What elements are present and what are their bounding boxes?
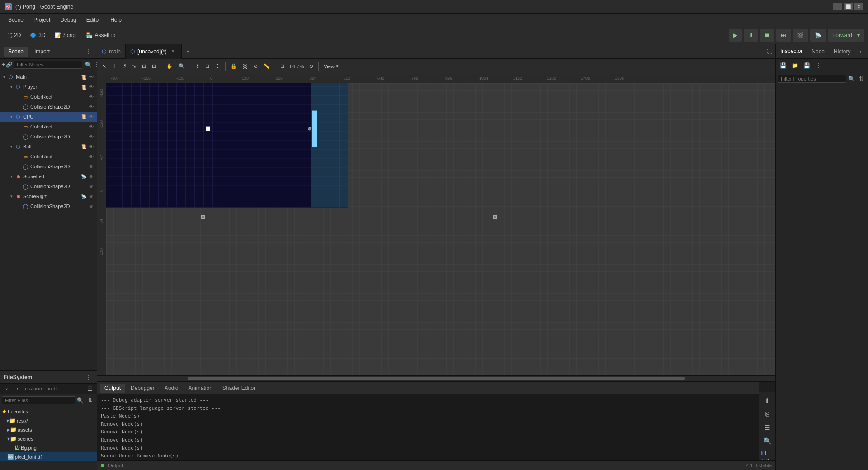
fs-layout-button[interactable]: ☰ bbox=[85, 384, 95, 394]
fs-sort-button[interactable]: ⇅ bbox=[85, 395, 95, 405]
search-nodes-button[interactable]: 🔍 bbox=[83, 60, 93, 70]
visible-btn-collision2[interactable]: 👁 bbox=[88, 133, 95, 140]
tab-debugger[interactable]: Debugger bbox=[126, 384, 159, 393]
tree-node-scoreleft[interactable]: ▾ ⊕ ScoreLeft 📡 👁 bbox=[0, 171, 97, 181]
zoom-plus[interactable]: ⊕ bbox=[307, 61, 316, 72]
visible-btn-colorrect2[interactable]: 👁 bbox=[88, 123, 95, 130]
mode-assetlib-button[interactable]: 🏪 AssetLib bbox=[82, 29, 119, 42]
script-btn-player[interactable]: 📜 bbox=[80, 83, 87, 90]
filter-properties-input[interactable] bbox=[778, 75, 846, 83]
close-button[interactable]: ✕ bbox=[854, 3, 863, 10]
fs-item-assets[interactable]: ▸📁 assets bbox=[0, 425, 97, 434]
view-button[interactable]: View ▾ bbox=[321, 61, 341, 72]
movie-button[interactable]: 🎬 bbox=[793, 29, 808, 42]
scroll-thumb[interactable] bbox=[188, 377, 685, 380]
tree-node-scoreright[interactable]: ▾ ⊕ ScoreRight 📡 👁 bbox=[0, 191, 97, 201]
zoom-tool[interactable]: 🔍 bbox=[176, 61, 187, 72]
fs-forward-button[interactable]: › bbox=[13, 384, 23, 394]
menu-scene[interactable]: Scene bbox=[4, 15, 28, 24]
expand-editor-button[interactable]: ⛶ bbox=[763, 44, 775, 59]
output-expand-button[interactable]: ⬆ bbox=[761, 394, 774, 407]
play-button[interactable]: ▶ bbox=[729, 29, 742, 42]
tab-history[interactable]: History bbox=[829, 46, 855, 57]
forward-plus-button[interactable]: Forward+▾ bbox=[828, 29, 864, 42]
tree-node-cpu[interactable]: ▾ ⬡ CPU 📜 👁 bbox=[0, 112, 97, 122]
inspector-save-button[interactable]: 💾 bbox=[801, 60, 812, 71]
visible-btn-collision4[interactable]: 👁 bbox=[88, 183, 95, 190]
tab-output[interactable]: Output bbox=[100, 384, 125, 393]
tree-node-collision3[interactable]: ▸ ◯ CollisionShape2D 👁 bbox=[0, 161, 97, 171]
mode-script-button[interactable]: 📝 Script bbox=[51, 29, 81, 42]
rotate-tool[interactable]: ↺ bbox=[120, 61, 128, 72]
visible-btn-scoreleft[interactable]: 👁 bbox=[88, 173, 95, 180]
output-search-button[interactable]: 🔍 bbox=[761, 435, 774, 447]
tab-inspector[interactable]: Inspector bbox=[776, 46, 807, 57]
grid-snap-tool[interactable]: ⊟ bbox=[203, 61, 212, 72]
lock-tool[interactable]: 🔒 bbox=[228, 61, 239, 72]
tree-node-colorrect1[interactable]: ▸ ▭ ColorRect 👁 bbox=[0, 92, 97, 102]
inspector-save-local-button[interactable]: 💾 bbox=[778, 60, 788, 71]
tab-scene[interactable]: Scene bbox=[4, 47, 28, 57]
tree-node-collision5[interactable]: ▸ ◯ CollisionShape2D 👁 bbox=[0, 201, 97, 211]
tree-node-colorrect2[interactable]: ▸ ▭ ColorRect 👁 bbox=[0, 122, 97, 132]
tree-node-collision4[interactable]: ▸ ◯ CollisionShape2D 👁 bbox=[0, 181, 97, 191]
menu-project[interactable]: Project bbox=[29, 15, 55, 24]
tab-audio[interactable]: Audio bbox=[160, 384, 183, 393]
rect-tool[interactable]: ⊞ bbox=[150, 61, 158, 72]
menu-debug[interactable]: Debug bbox=[56, 15, 80, 24]
move-tool[interactable]: ✛ bbox=[110, 61, 118, 72]
fs-back-button[interactable]: ‹ bbox=[2, 384, 12, 394]
tab-animation[interactable]: Animation bbox=[184, 384, 217, 393]
visible-btn-collision3[interactable]: 👁 bbox=[88, 163, 95, 170]
pivot-tool[interactable]: ⊙ bbox=[251, 61, 260, 72]
signal-btn-scoreleft[interactable]: 📡 bbox=[80, 173, 87, 180]
script-btn-cpu[interactable]: 📜 bbox=[80, 113, 87, 120]
pause-button[interactable]: ⏸ bbox=[744, 29, 758, 42]
inspector-more-button[interactable]: ⋮ bbox=[813, 60, 824, 71]
menu-help[interactable]: Help bbox=[106, 15, 126, 24]
minimize-button[interactable]: — bbox=[833, 3, 842, 10]
more-options-button[interactable]: ⋮ bbox=[94, 60, 97, 70]
mode-2d-button[interactable]: ⬚ 2D bbox=[4, 29, 24, 42]
tab-import[interactable]: Import bbox=[30, 47, 54, 57]
visible-btn-colorrect1[interactable]: 👁 bbox=[88, 93, 95, 100]
link-node-button[interactable]: 🔗 bbox=[6, 60, 13, 70]
filter-files-input[interactable] bbox=[2, 396, 75, 404]
visible-btn-colorrect3[interactable]: 👁 bbox=[88, 153, 95, 160]
inspector-filter-more[interactable]: ⇅ bbox=[856, 73, 866, 84]
step-button[interactable]: ⏭ bbox=[776, 29, 791, 42]
remote-button[interactable]: 📡 bbox=[810, 29, 826, 42]
add-tab-button[interactable]: + bbox=[182, 44, 194, 59]
stop-button[interactable]: ⏹ bbox=[760, 29, 774, 42]
pan-tool[interactable]: ✋ bbox=[164, 61, 175, 72]
add-node-button[interactable]: + bbox=[2, 60, 5, 70]
fs-item-bgpng[interactable]: 🖼 Bg.png bbox=[0, 443, 97, 452]
tree-node-collision1[interactable]: ▸ ◯ CollisionShape2D 👁 bbox=[0, 102, 97, 112]
canvas-scrollbar[interactable] bbox=[97, 375, 775, 381]
script-btn-ball[interactable]: 📜 bbox=[80, 143, 87, 150]
fs-more-options[interactable]: ⋮ bbox=[83, 372, 93, 382]
fs-item-pixelfont[interactable]: 🔤 pixel_font.ttf bbox=[0, 452, 97, 461]
select-tool[interactable]: ↖ bbox=[100, 61, 108, 72]
fs-item-scenes[interactable]: ▾📁 scenes bbox=[0, 434, 97, 443]
scene-more-options[interactable]: ⋮ bbox=[83, 47, 93, 57]
zoom-minus[interactable]: ⊟ bbox=[278, 61, 287, 72]
tab-close-button[interactable]: ✕ bbox=[170, 48, 177, 55]
more-tool[interactable]: ⋮ bbox=[213, 61, 222, 72]
transform-tool[interactable]: ⊟ bbox=[140, 61, 148, 72]
tree-node-collision2[interactable]: ▸ ◯ CollisionShape2D 👁 bbox=[0, 132, 97, 142]
visible-btn-scoreright[interactable]: 👁 bbox=[88, 193, 95, 200]
ruler-tool[interactable]: 📏 bbox=[261, 61, 272, 72]
tree-node-player[interactable]: ▾ ⬡ Player 📜 👁 bbox=[0, 82, 97, 92]
canvas-area[interactable] bbox=[106, 83, 775, 375]
fs-item-res[interactable]: ▾📁 res:// bbox=[0, 416, 97, 425]
inspector-prev-button[interactable]: ‹ bbox=[855, 46, 866, 57]
visible-btn-collision5[interactable]: 👁 bbox=[88, 203, 95, 210]
visible-btn-ball[interactable]: 👁 bbox=[88, 143, 95, 150]
visible-btn-player[interactable]: 👁 bbox=[88, 83, 95, 90]
script-btn-main[interactable]: 📜 bbox=[80, 73, 87, 81]
snap-tool[interactable]: ⊹ bbox=[193, 61, 202, 72]
tree-node-ball[interactable]: ▾ ⬡ Ball 📜 👁 bbox=[0, 142, 97, 152]
visible-btn-cpu[interactable]: 👁 bbox=[88, 113, 95, 120]
visible-btn-main[interactable]: 👁 bbox=[88, 73, 95, 81]
